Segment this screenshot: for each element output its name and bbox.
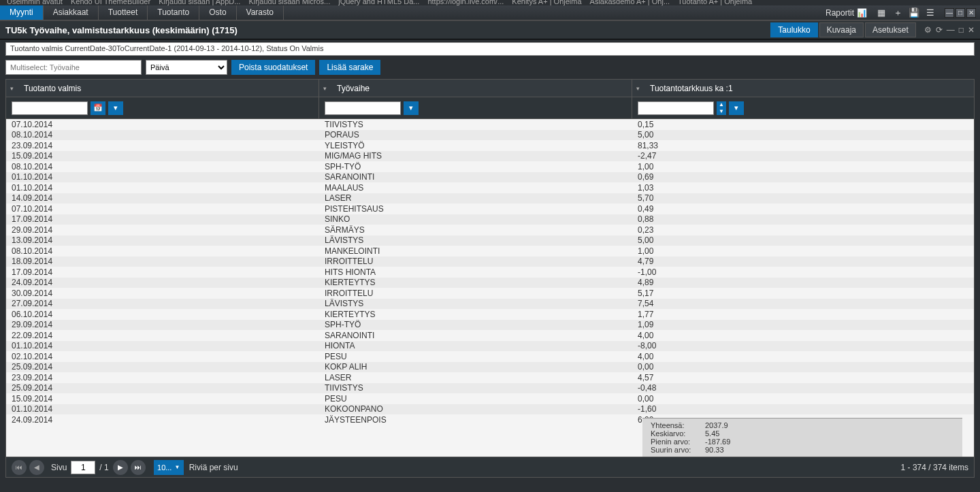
browser-tab[interactable]: Kirjaudu sisään Micros... [248,0,330,5]
browser-tab[interactable]: jQuery and HTML5 Da... [338,0,419,5]
cell-tarkkuus: 1,03 [632,182,974,193]
cell-tarkkuus: 1,09 [632,320,974,331]
table-row[interactable]: 13.09.2014LÄVISTYS5,00 [6,235,974,246]
grid-body[interactable]: 07.10.2014TIIVISTYS0,1508.10.2014PORAUS5… [6,119,974,457]
plus-icon[interactable]: ＋ [892,7,904,18]
col-header-tuotantotarkkuus[interactable]: ▾ Tuotantotarkkuus ka :1 [632,80,974,97]
table-row[interactable]: 08.10.2014MANKELOINTI1,00 [6,246,974,257]
browser-tab[interactable]: Kendo UI ThemeBuilder [71,0,150,5]
cell-date: 15.09.2014 [6,393,319,404]
table-row[interactable]: 15.09.2014MIG/MAG HITS-2,47 [6,151,974,162]
cell-tarkkuus: 81,33 [632,140,974,151]
pager-next-button[interactable]: ▶ [113,460,128,475]
gear-icon[interactable]: ⚙ [924,25,932,35]
browser-tab[interactable]: Tuotanto A+ | Ohjelma [678,0,752,5]
browser-tab[interactable]: Kirjaudu sisään | AppD... [159,0,240,5]
cell-tarkkuus: 5,00 [632,235,974,246]
panel-close-icon[interactable]: ✕ [968,25,975,35]
table-row[interactable]: 15.09.2014PESU0,00 [6,393,974,404]
table-row[interactable]: 02.10.2014PESU4,00 [6,351,974,362]
browser-tab[interactable]: https://login.live.com/... [427,0,504,5]
table-row[interactable]: 25.09.2014KOKP ALIH0,00 [6,362,974,373]
grid-summary: Yhteensä:2037.9 Keskiarvo:5.45 Pienin ar… [642,418,962,457]
pager-last-button[interactable]: ⏭ [131,460,146,475]
table-row[interactable]: 27.09.2014LÄVISTYS7,54 [6,299,974,310]
pager-page-input[interactable] [71,461,95,474]
table-row[interactable]: 25.09.2014TIIVISTYS-0,48 [6,383,974,394]
pager-prev-button[interactable]: ◀ [29,460,44,475]
grouping-select[interactable]: Päivä [146,60,227,75]
view-asetukset[interactable]: Asetukset [865,22,916,37]
table-row[interactable]: 07.10.2014PISTEHITSAUS0,49 [6,203,974,214]
view-kuvaaja[interactable]: Kuvaaja [819,22,864,37]
view-taulukko[interactable]: Taulukko [770,22,817,37]
table-row[interactable]: 23.09.2014YLEISTYÖ81,33 [6,140,974,151]
table-row[interactable]: 22.09.2014SARANOINTI4,00 [6,330,974,341]
panel-minimize-icon[interactable]: — [947,25,955,35]
nav-tab-tuotteet[interactable]: Tuotteet [99,5,148,20]
table-row[interactable]: 23.09.2014LASER4,57 [6,372,974,383]
pager-first-button[interactable]: ⏮ [12,460,27,475]
table-row[interactable]: 07.10.2014TIIVISTYS0,15 [6,119,974,130]
raportit-button[interactable]: Raportit 📊 [821,8,871,18]
table-row[interactable]: 14.09.2014LASER5,70 [6,193,974,204]
cell-vaihe: MANKELOINTI [319,246,632,257]
multiselect-tyovaihe[interactable] [5,60,142,75]
refresh-icon[interactable]: ⟳ [936,25,943,35]
table-row[interactable]: 29.09.2014SÄRMÄYS0,23 [6,225,974,235]
filter-icon[interactable]: ▾ [404,101,419,115]
nav-tab-varasto[interactable]: Varasto [237,5,284,20]
panel-maximize-icon[interactable]: □ [959,25,964,35]
table-row[interactable]: 08.10.2014SPH-TYÖ1,00 [6,161,974,172]
clear-filters-button[interactable]: Poista suodatukset [231,60,315,75]
cell-date: 02.10.2014 [6,351,319,362]
table-row[interactable]: 17.09.2014SINKO0,88 [6,214,974,225]
cell-date: 17.09.2014 [6,267,319,278]
nav-tab-osto[interactable]: Osto [199,5,236,20]
nav-tab-tuotanto[interactable]: Tuotanto [148,5,199,20]
cell-tarkkuus: 1,00 [632,246,974,257]
table-row[interactable]: 01.10.2014HIONTA-8,00 [6,341,974,352]
window-close-icon[interactable]: ✕ [966,8,976,18]
filter-input-c1[interactable] [12,101,88,115]
col-header-tuotanto-valmis[interactable]: ▾ Tuotanto valmis [6,80,319,97]
filter-input-c2[interactable] [325,101,401,115]
filter-input-c3[interactable] [638,101,714,115]
calendar-icon[interactable]: 📅 [91,101,105,115]
cell-tarkkuus: -8,00 [632,341,974,352]
cell-date: 13.09.2014 [6,235,319,246]
cell-tarkkuus: 0,15 [632,119,974,130]
grid-icon[interactable]: ▦ [875,7,887,18]
save-icon[interactable]: 💾 [908,7,920,18]
filter-icon[interactable]: ▾ [108,101,123,115]
window-restore-icon[interactable]: □ [956,8,965,18]
table-row[interactable]: 18.09.2014IRROITTELU4,79 [6,257,974,267]
table-row[interactable]: 17.09.2014HITS HIONTA-1,00 [6,267,974,278]
spin-down-icon[interactable]: ▼ [717,108,726,115]
cell-vaihe: SPH-TYÖ [319,161,632,172]
spin-up-icon[interactable]: ▲ [717,101,726,108]
col-header-tyovaihe[interactable]: ▾ Työvaihe [319,80,632,97]
cell-vaihe: PESU [319,393,632,404]
table-row[interactable]: 08.10.2014PORAUS5,00 [6,130,974,141]
table-row[interactable]: 01.10.2014MAALAUS1,03 [6,182,974,193]
nav-tab-asiakkaat[interactable]: Asiakkaat [44,5,99,20]
table-row[interactable]: 29.09.2014SPH-TYÖ1,09 [6,320,974,331]
table-row[interactable]: 24.09.2014KIERTEYTYS4,89 [6,278,974,289]
table-row[interactable]: 01.10.2014KOKOONPANO-1,60 [6,404,974,415]
cell-tarkkuus: 4,79 [632,257,974,267]
table-row[interactable]: 06.10.2014KIERTEYTYS1,77 [6,309,974,320]
browser-tab[interactable]: Kehitys A+ | Ohjelma [512,0,581,5]
cell-date: 01.10.2014 [6,341,319,352]
table-row[interactable]: 30.09.2014IRROITTELU5,17 [6,288,974,299]
table-row[interactable]: 01.10.2014SARANOINTI0,69 [6,172,974,183]
list-icon[interactable]: ☰ [924,7,936,18]
filter-description[interactable]: Tuotanto valmis CurrentDate-30ToCurrentD… [5,42,975,56]
nav-tab-myynti[interactable]: Myynti [0,5,44,20]
window-minimize-icon[interactable]: — [945,8,954,18]
pager-size-select[interactable]: 10... [154,460,184,475]
filter-icon[interactable]: ▾ [729,101,744,115]
browser-tab[interactable]: Asiakasdemo A+ | Ohj... [590,0,670,5]
browser-tab[interactable]: Useimmin avatut [7,0,63,5]
add-column-button[interactable]: Lisää sarake [319,60,380,75]
